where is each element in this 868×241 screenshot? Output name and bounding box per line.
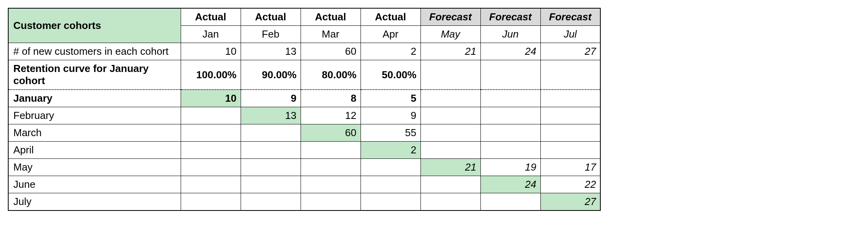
cell-value: 24 <box>480 43 540 60</box>
table-row: May211917 <box>8 159 600 176</box>
row-label: April <box>8 142 181 159</box>
cell-value: 22 <box>540 176 600 193</box>
table-header-row-1: Customer cohorts Actual Actual Actual Ac… <box>8 8 600 26</box>
cell-value <box>480 142 540 159</box>
table-row: April2 <box>8 142 600 159</box>
cell-value <box>420 60 480 90</box>
cell-value: 90.00% <box>241 60 301 90</box>
cell-value <box>420 107 480 124</box>
cell-value: 21 <box>420 159 480 176</box>
table-row: February13129 <box>8 107 600 124</box>
col-type: Forecast <box>420 8 480 26</box>
col-type: Actual <box>301 8 361 26</box>
row-label: # of new customers in each cohort <box>8 43 181 60</box>
cell-value <box>361 176 420 193</box>
cell-value <box>361 193 420 211</box>
cell-value: 9 <box>361 107 420 124</box>
table-row: June2422 <box>8 176 600 193</box>
cell-value <box>181 159 241 176</box>
cell-value: 21 <box>420 43 480 60</box>
cell-value <box>420 193 480 211</box>
cell-value: 55 <box>361 124 420 142</box>
col-type: Actual <box>361 8 420 26</box>
cell-value: 10 <box>181 43 241 60</box>
cell-value <box>241 193 301 211</box>
col-type: Forecast <box>540 8 600 26</box>
row-label: January <box>8 90 181 107</box>
cell-value <box>301 142 361 159</box>
cell-value: 2 <box>361 43 420 60</box>
cell-value <box>301 193 361 211</box>
cell-value <box>241 124 301 142</box>
cell-value: 8 <box>301 90 361 107</box>
row-new-customers: # of new customers in each cohort 10 13 … <box>8 43 600 60</box>
col-month: Jul <box>540 26 600 43</box>
table-row: January10985 <box>8 90 600 107</box>
cell-value <box>420 124 480 142</box>
row-label: July <box>8 193 181 211</box>
cell-value: 100.00% <box>181 60 241 90</box>
cell-value: 27 <box>540 43 600 60</box>
col-month: Jun <box>480 26 540 43</box>
cell-value: 9 <box>241 90 301 107</box>
cell-value <box>181 176 241 193</box>
cell-value <box>181 193 241 211</box>
cell-value: 2 <box>361 142 420 159</box>
row-label: June <box>8 176 181 193</box>
cell-value <box>540 60 600 90</box>
col-type: Actual <box>241 8 301 26</box>
cell-value: 12 <box>301 107 361 124</box>
table-row: July27 <box>8 193 600 211</box>
cell-value: 80.00% <box>301 60 361 90</box>
cell-value <box>181 142 241 159</box>
row-label: March <box>8 124 181 142</box>
col-month: Mar <box>301 26 361 43</box>
cell-value: 60 <box>301 124 361 142</box>
row-retention: Retention curve for January cohort 100.0… <box>8 60 600 90</box>
cell-value <box>181 124 241 142</box>
cell-value: 5 <box>361 90 420 107</box>
cell-value <box>540 107 600 124</box>
row-label: Retention curve for January cohort <box>8 60 181 90</box>
col-type: Actual <box>181 8 241 26</box>
cell-value: 13 <box>241 107 301 124</box>
cell-value <box>480 107 540 124</box>
cell-value: 10 <box>181 90 241 107</box>
cell-value <box>181 107 241 124</box>
col-month: Jan <box>181 26 241 43</box>
cell-value: 24 <box>480 176 540 193</box>
cell-value <box>420 142 480 159</box>
cell-value <box>361 159 420 176</box>
cell-value: 60 <box>301 43 361 60</box>
row-label: February <box>8 107 181 124</box>
row-label: May <box>8 159 181 176</box>
col-month: Feb <box>241 26 301 43</box>
cell-value: 13 <box>241 43 301 60</box>
cohort-table: Customer cohorts Actual Actual Actual Ac… <box>8 8 601 211</box>
cell-value <box>480 124 540 142</box>
cell-value <box>540 142 600 159</box>
cell-value: 50.00% <box>361 60 420 90</box>
cell-value <box>540 90 600 107</box>
table-row: March6055 <box>8 124 600 142</box>
col-month: Apr <box>361 26 420 43</box>
col-type: Forecast <box>480 8 540 26</box>
cell-value: 19 <box>480 159 540 176</box>
cell-value <box>480 193 540 211</box>
cell-value <box>540 124 600 142</box>
col-month: May <box>420 26 480 43</box>
cell-value <box>480 90 540 107</box>
cell-value <box>420 176 480 193</box>
cell-value: 27 <box>540 193 600 211</box>
table-title: Customer cohorts <box>8 8 181 43</box>
cell-value <box>301 159 361 176</box>
cell-value <box>301 176 361 193</box>
cell-value <box>241 142 301 159</box>
cell-value <box>241 176 301 193</box>
cell-value <box>241 159 301 176</box>
cell-value <box>420 90 480 107</box>
cell-value <box>480 60 540 90</box>
cell-value: 17 <box>540 159 600 176</box>
